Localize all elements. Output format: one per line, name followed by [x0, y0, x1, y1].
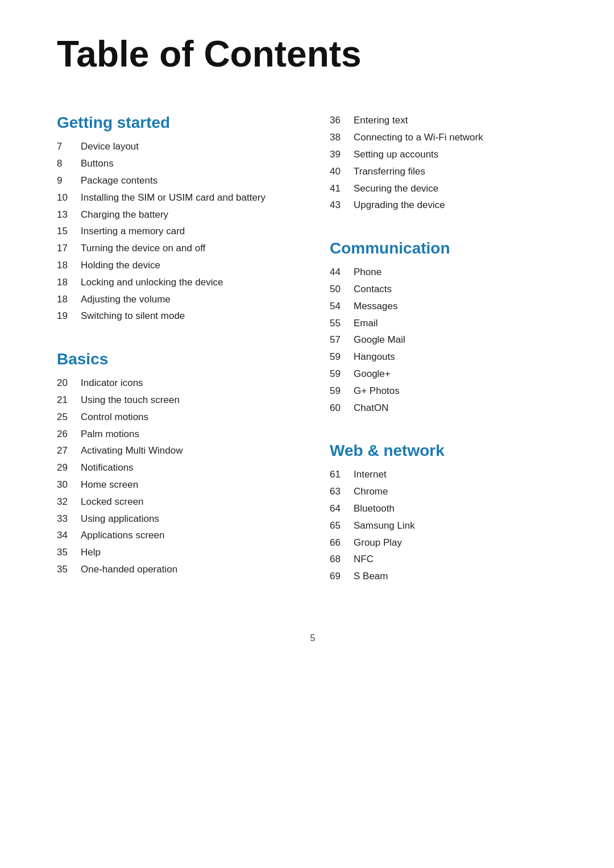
toc-page-num: 13: [57, 208, 81, 222]
toc-list-basics: 20Indicator icons21Using the touch scree…: [57, 376, 296, 576]
toc-entry-text: Locking and unlocking the device: [81, 276, 223, 289]
toc-page-num: 19: [57, 309, 81, 323]
toc-entry-text: Using applications: [81, 512, 159, 526]
toc-entry: 64Bluetooth: [330, 502, 569, 516]
toc-page-num: 59: [330, 350, 354, 364]
toc-entry-text: Hangouts: [354, 350, 395, 364]
right-column: 36Entering text38Connecting to a Wi-Fi n…: [330, 114, 569, 610]
toc-entry: 35Help: [57, 546, 296, 559]
toc-list-continued: 36Entering text38Connecting to a Wi-Fi n…: [330, 114, 569, 212]
toc-list-web-network: 61Internet63Chrome64Bluetooth65Samsung L…: [330, 468, 569, 583]
toc-page-num: 43: [330, 198, 354, 212]
toc-entry-text: Installing the SIM or USIM card and batt…: [81, 191, 265, 205]
toc-entry-text: Messages: [354, 300, 397, 313]
section-getting-started: Getting started7Device layout8Buttons9Pa…: [57, 114, 296, 323]
toc-entry: 50Contacts: [330, 283, 569, 296]
toc-entry: 27Activating Multi Window: [57, 444, 296, 458]
toc-page-num: 59: [330, 384, 354, 398]
toc-page-num: 32: [57, 495, 81, 509]
toc-entry: 63Chrome: [330, 485, 569, 499]
toc-entry: 21Using the touch screen: [57, 393, 296, 407]
toc-entry-text: Phone: [354, 265, 381, 279]
toc-entry: 65Samsung Link: [330, 519, 569, 533]
toc-entry: 59G+ Photos: [330, 384, 569, 398]
toc-list-getting-started: 7Device layout8Buttons9Package contents1…: [57, 140, 296, 323]
toc-entry-text: G+ Photos: [354, 384, 400, 398]
toc-entry-text: Email: [354, 317, 378, 330]
toc-entry-text: Chrome: [354, 485, 388, 499]
toc-entry-text: Inserting a memory card: [81, 225, 185, 238]
toc-page-num: 27: [57, 444, 81, 458]
toc-entry: 61Internet: [330, 468, 569, 481]
page-number: 5: [310, 633, 316, 643]
toc-entry-text: Upgrading the device: [354, 198, 445, 212]
toc-page-num: 38: [330, 131, 354, 144]
toc-entry-text: Contacts: [354, 283, 392, 296]
section-continued: 36Entering text38Connecting to a Wi-Fi n…: [330, 114, 569, 212]
toc-entry: 9Package contents: [57, 174, 296, 188]
toc-entry: 10Installing the SIM or USIM card and ba…: [57, 191, 296, 205]
toc-page-num: 50: [330, 283, 354, 296]
toc-entry-text: Securing the device: [354, 182, 438, 196]
toc-entry: 34Applications screen: [57, 529, 296, 542]
toc-entry: 55Email: [330, 317, 569, 330]
toc-entry-text: Applications screen: [81, 529, 164, 542]
toc-entry: 60ChatON: [330, 401, 569, 415]
toc-entry-text: Buttons: [81, 157, 114, 171]
toc-entry: 38Connecting to a Wi-Fi network: [330, 131, 569, 144]
toc-entry: 43Upgrading the device: [330, 198, 569, 212]
toc-entry: 18Adjusting the volume: [57, 293, 296, 306]
toc-entry: 69S Beam: [330, 570, 569, 583]
section-title-communication: Communication: [330, 239, 569, 258]
toc-entry: 44Phone: [330, 265, 569, 279]
toc-entry-text: Palm motions: [81, 427, 139, 441]
toc-page-num: 21: [57, 393, 81, 407]
toc-page-num: 18: [57, 293, 81, 306]
toc-page-num: 69: [330, 570, 354, 583]
toc-entry-text: Package contents: [81, 174, 157, 188]
toc-page-num: 68: [330, 553, 354, 566]
toc-entry-text: Samsung Link: [354, 519, 415, 533]
toc-entry: 59Google+: [330, 367, 569, 381]
toc-page-num: 34: [57, 529, 81, 542]
toc-columns: Getting started7Device layout8Buttons9Pa…: [57, 114, 569, 610]
toc-entry: 35One-handed operation: [57, 563, 296, 576]
toc-entry-text: Activating Multi Window: [81, 444, 183, 458]
toc-page-num: 26: [57, 427, 81, 441]
toc-entry-text: Help: [81, 546, 101, 559]
toc-entry-text: Home screen: [81, 478, 138, 492]
toc-entry: 7Device layout: [57, 140, 296, 153]
toc-page-num: 33: [57, 512, 81, 526]
toc-entry: 39Setting up accounts: [330, 148, 569, 161]
toc-page-num: 57: [330, 333, 354, 347]
toc-entry: 26Palm motions: [57, 427, 296, 441]
toc-page-num: 15: [57, 225, 81, 238]
toc-entry: 13Charging the battery: [57, 208, 296, 222]
toc-entry: 32Locked screen: [57, 495, 296, 509]
section-communication: Communication44Phone50Contacts54Messages…: [330, 239, 569, 414]
toc-list-communication: 44Phone50Contacts54Messages55Email57Goog…: [330, 265, 569, 414]
toc-entry: 18Locking and unlocking the device: [57, 276, 296, 289]
toc-page-num: 54: [330, 300, 354, 313]
toc-entry-text: Adjusting the volume: [81, 293, 171, 306]
toc-page-num: 25: [57, 410, 81, 424]
toc-entry-text: Group Play: [354, 536, 402, 550]
toc-entry: 30Home screen: [57, 478, 296, 492]
toc-entry-text: Device layout: [81, 140, 139, 153]
toc-entry: 15Inserting a memory card: [57, 225, 296, 238]
section-title-web-network: Web & network: [330, 442, 569, 460]
toc-page-num: 55: [330, 317, 354, 330]
toc-page-num: 8: [57, 157, 81, 171]
toc-page-num: 18: [57, 276, 81, 289]
toc-entry-text: Internet: [354, 468, 387, 481]
left-column: Getting started7Device layout8Buttons9Pa…: [57, 114, 296, 610]
toc-entry: 59Hangouts: [330, 350, 569, 364]
toc-page-num: 66: [330, 536, 354, 550]
toc-entry-text: Bluetooth: [354, 502, 395, 516]
toc-entry-text: One-handed operation: [81, 563, 177, 576]
section-title-basics: Basics: [57, 350, 296, 368]
toc-page-num: 20: [57, 376, 81, 390]
toc-entry-text: Entering text: [354, 114, 408, 127]
toc-entry: 33Using applications: [57, 512, 296, 526]
toc-entry: 41Securing the device: [330, 182, 569, 196]
